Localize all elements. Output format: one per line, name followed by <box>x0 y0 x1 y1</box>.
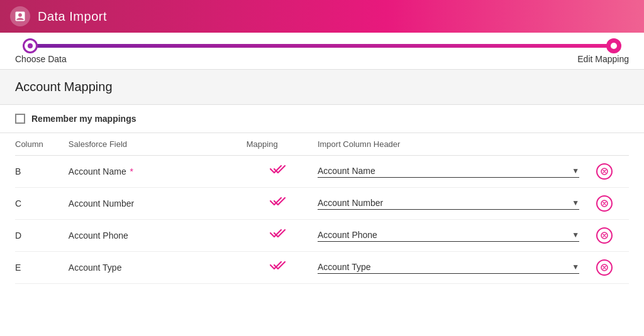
progress-track <box>30 44 614 48</box>
table-row: BAccount Name * Account Name ▼ <box>15 156 629 188</box>
mapping-table: Column Salesforce Field Mapping Import C… <box>15 133 629 284</box>
row-column-letter: E <box>15 252 69 284</box>
progress-label-left: Choose Data <box>15 54 67 64</box>
progress-step-2 <box>606 38 621 53</box>
table-row: EAccount Type Account Type ▼ <box>15 252 629 284</box>
dropdown-arrow-icon: ▼ <box>572 230 579 239</box>
import-header-value: Account Number <box>318 198 567 208</box>
row-import-header[interactable]: Account Name ▼ <box>318 156 584 188</box>
import-header-select[interactable]: Account Name ▼ <box>318 166 579 178</box>
progress-labels: Choose Data Edit Mapping <box>15 54 629 64</box>
row-mapping-icon <box>247 252 318 284</box>
dropdown-arrow-icon: ▼ <box>572 198 579 207</box>
dropdown-arrow-icon: ▼ <box>572 166 579 175</box>
row-remove-cell <box>584 188 629 220</box>
row-remove-cell <box>584 220 629 252</box>
double-check-icon <box>270 197 289 209</box>
col-header-column: Column <box>15 133 69 156</box>
row-sf-field: Account Name * <box>69 156 247 188</box>
app-header: Data Import <box>0 0 644 33</box>
col-header-sf-field: Salesforce Field <box>69 133 247 156</box>
table-row: CAccount Number Account Number ▼ <box>15 188 629 220</box>
remove-row-button[interactable] <box>596 227 613 244</box>
remember-mappings-row: Remember my mappings <box>0 105 644 133</box>
remember-mappings-checkbox[interactable] <box>15 114 25 124</box>
import-header-select[interactable]: Account Number ▼ <box>318 198 579 210</box>
row-column-letter: D <box>15 220 69 252</box>
row-mapping-icon <box>247 156 318 188</box>
mapping-table-wrapper: Column Salesforce Field Mapping Import C… <box>0 133 644 284</box>
row-import-header[interactable]: Account Type ▼ <box>318 252 584 284</box>
row-sf-field: Account Number <box>69 188 247 220</box>
row-sf-field: Account Phone <box>69 220 247 252</box>
dropdown-arrow-icon: ▼ <box>572 263 579 271</box>
row-sf-field: Account Type <box>69 252 247 284</box>
remove-row-button[interactable] <box>596 163 613 180</box>
progress-section: Choose Data Edit Mapping <box>0 33 644 69</box>
row-column-letter: C <box>15 188 69 220</box>
remove-row-button[interactable] <box>596 259 613 276</box>
required-star: * <box>128 166 133 176</box>
import-header-value: Account Name <box>318 166 567 176</box>
row-mapping-icon <box>247 188 318 220</box>
double-check-icon <box>270 229 289 241</box>
table-header-row: Column Salesforce Field Mapping Import C… <box>15 133 629 156</box>
progress-label-right: Edit Mapping <box>577 54 629 64</box>
section-title: Account Mapping <box>15 80 113 94</box>
remove-row-button[interactable] <box>596 195 613 212</box>
row-mapping-icon <box>247 220 318 252</box>
row-remove-cell <box>584 252 629 284</box>
table-row: DAccount Phone Account Phone ▼ <box>15 220 629 252</box>
row-import-header[interactable]: Account Phone ▼ <box>318 220 584 252</box>
row-import-header[interactable]: Account Number ▼ <box>318 188 584 220</box>
import-header-value: Account Type <box>318 262 567 272</box>
col-header-mapping: Mapping <box>247 133 318 156</box>
import-header-select[interactable]: Account Type ▼ <box>318 262 579 274</box>
row-remove-cell <box>584 156 629 188</box>
double-check-icon <box>270 165 289 177</box>
double-check-icon <box>270 261 289 273</box>
remember-mappings-label: Remember my mappings <box>31 114 136 124</box>
import-header-select[interactable]: Account Phone ▼ <box>318 230 579 242</box>
col-header-action <box>584 133 629 156</box>
row-column-letter: B <box>15 156 69 188</box>
col-header-import: Import Column Header <box>318 133 584 156</box>
progress-step-1 <box>23 38 38 53</box>
app-title: Data Import <box>38 9 107 24</box>
app-icon <box>10 6 30 26</box>
import-header-value: Account Phone <box>318 230 567 240</box>
section-header: Account Mapping <box>0 69 644 105</box>
progress-fill <box>30 44 614 48</box>
